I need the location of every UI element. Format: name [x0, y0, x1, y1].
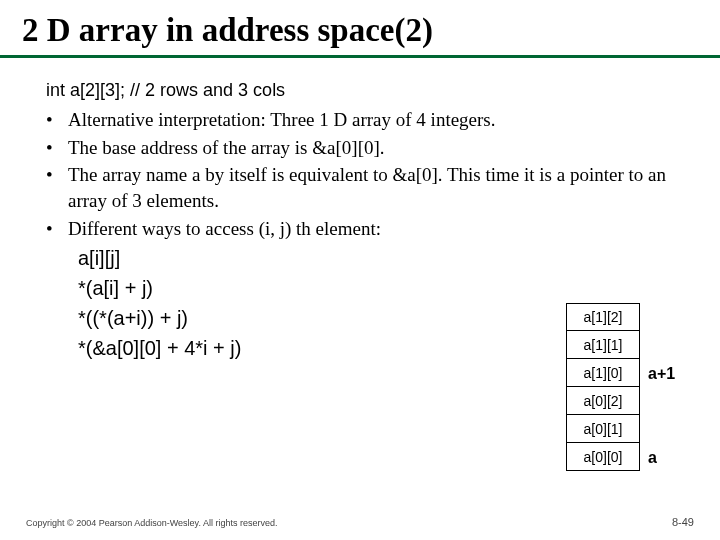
memory-cell: a[1][1] — [566, 331, 640, 359]
access-expr: *((*(a+i)) + j) — [78, 303, 241, 333]
declaration-line: int a[2][3]; // 2 rows and 3 cols — [46, 80, 690, 101]
bullet-item: Alternative interpretation: Three 1 D ar… — [46, 107, 690, 133]
memory-cell: a[0][1] — [566, 415, 640, 443]
bullet-item: The array name a by itself is equivalent… — [46, 162, 690, 213]
access-expr: *(&a[0][0] + 4*i + j) — [78, 333, 241, 363]
slide-title: 2 D array in address space(2) — [0, 0, 720, 58]
bullet-item: Different ways to access (i, j) th eleme… — [46, 216, 690, 242]
bullet-list: Alternative interpretation: Three 1 D ar… — [46, 107, 690, 241]
memory-stack: a[1][2] a[1][1] a[1][0] a[0][2] a[0][1] … — [566, 303, 640, 471]
access-expr: *(a[i] + j) — [78, 273, 241, 303]
memory-cell: a[1][2] — [566, 303, 640, 331]
memory-cell: a[0][2] — [566, 387, 640, 415]
access-expressions: a[i][j] *(a[i] + j) *((*(a+i)) + j) *(&a… — [78, 243, 241, 363]
page-number: 8-49 — [672, 516, 694, 528]
slide-content: int a[2][3]; // 2 rows and 3 cols Altern… — [0, 58, 720, 241]
access-expr: a[i][j] — [78, 243, 241, 273]
memory-cell: a[1][0] — [566, 359, 640, 387]
pointer-label-aplus1: a+1 — [648, 365, 675, 383]
memory-cell: a[0][0] — [566, 443, 640, 471]
copyright-text: Copyright © 2004 Pearson Addison-Wesley.… — [26, 518, 277, 528]
pointer-label-a: a — [648, 449, 657, 467]
bullet-item: The base address of the array is &a[0][0… — [46, 135, 690, 161]
